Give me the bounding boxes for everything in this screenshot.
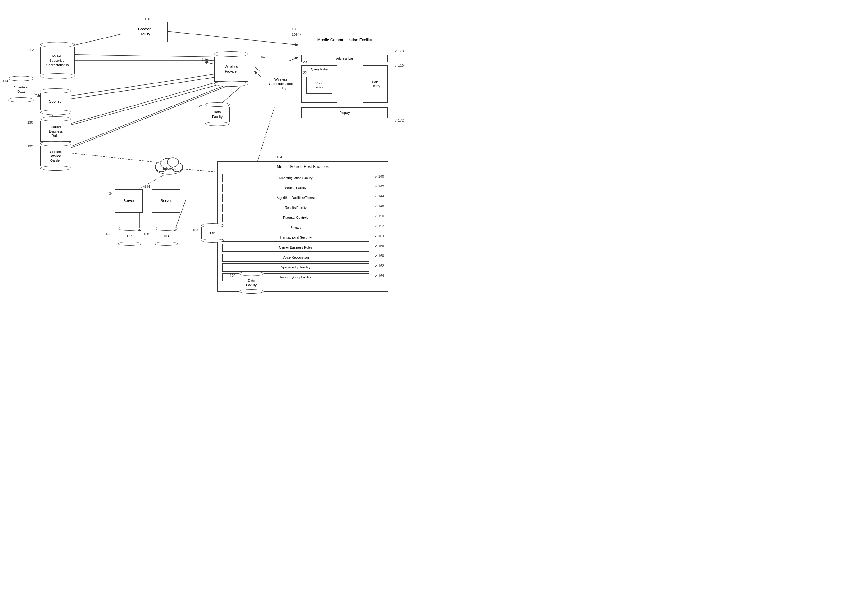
ref-132: 132	[27, 144, 33, 148]
ref-102: 102	[292, 32, 297, 36]
ref-172: ↙ 172	[394, 118, 404, 122]
ref-114: 114	[276, 155, 282, 159]
server2-box: Server	[152, 189, 180, 212]
ref-178: ↙ 178	[394, 49, 404, 53]
ref-148: ↙ 148	[375, 204, 384, 208]
db1-label: DB	[127, 234, 132, 239]
ref-104: 104	[259, 55, 265, 59]
ref-142: ↙ 142	[375, 184, 384, 189]
ref-112: 112	[28, 48, 34, 52]
data-facility-inner-box: Data Facility	[363, 65, 388, 103]
ref-168: 168	[192, 228, 198, 232]
query-entry-label: Query Entry	[302, 67, 337, 71]
advertiser-cylinder: Advertiser Data	[4, 76, 37, 102]
ref-118: ↙ 118	[394, 63, 404, 68]
server1-label: Server	[123, 199, 134, 204]
db2-cylinder: DB	[152, 227, 181, 246]
ref-150: ↙ 150	[375, 214, 384, 218]
content-cylinder: Content Walled Garden	[37, 141, 74, 171]
svg-line-7	[62, 54, 233, 58]
sponsorship-row: Sponsorship Facility	[222, 264, 369, 271]
ref-138b: 138	[143, 232, 149, 236]
locator-facility-box: Locator Facility	[121, 22, 168, 42]
disambiguation-label: Disambiguation Facility	[279, 176, 313, 180]
ref-130: 130	[27, 120, 33, 124]
wireless-provider-cylinder: Wireless Provider	[211, 51, 251, 87]
carrier-label: Carrier Business Rules	[49, 125, 63, 138]
svg-line-19	[255, 96, 278, 171]
data-facility-170-cylinder: Data Facility	[236, 271, 267, 294]
ref-134b: 134	[145, 185, 150, 189]
sponsor-cylinder: Sponsor	[37, 88, 74, 115]
mobile-comm-box: Mobile Communication Facility Address Ba…	[298, 36, 391, 132]
parental-label: Parental Controls	[283, 216, 308, 220]
diagram: 110 100 ↘ 102 Locator Facility Mobile Co…	[0, 0, 434, 295]
db2-label: DB	[164, 234, 169, 239]
svg-text:Internet: Internet	[163, 166, 176, 171]
db168-cylinder: DB	[199, 223, 227, 243]
voice-entry-box: Voice Entry	[306, 77, 332, 94]
display-label: Display	[340, 111, 350, 115]
implicit-query-label: Implicit Query Facility	[280, 275, 311, 280]
ref-100: 100	[292, 27, 297, 31]
db1-cylinder: DB	[115, 227, 145, 246]
results-label: Results Facility	[285, 206, 307, 210]
results-row: Results Facility	[222, 204, 369, 212]
advertiser-label: Advertiser Data	[13, 85, 29, 94]
ref-124: 124	[197, 104, 203, 108]
ref-110: 110	[145, 17, 150, 21]
mobile-search-title: Mobile Search Host Facilities	[218, 162, 388, 171]
ref-144: ↙ 144	[375, 194, 384, 198]
wireless-comm-label: Wireless Communication Facility	[269, 77, 293, 91]
server2-label: Server	[161, 199, 171, 204]
ref-158: ↙ 158	[375, 243, 384, 248]
ref-108: 108	[202, 58, 207, 61]
algorithm-row: Algorithm Facilities/Filters)	[222, 194, 369, 202]
transactional-label: Transactional Security	[280, 236, 312, 240]
svg-line-1	[165, 31, 298, 45]
ref-174: 174	[3, 79, 8, 83]
mobile-comm-title: Mobile Communication Facility	[300, 38, 389, 43]
db168-label: DB	[210, 231, 216, 236]
voice-recog-row: Voice Recognition	[222, 254, 369, 262]
ref-134a: 134	[107, 192, 113, 196]
ref-140: ↙ 140	[375, 174, 384, 178]
address-bar-label: Address Bar	[336, 56, 353, 60]
parental-row: Parental Controls	[222, 214, 369, 222]
data-facility-124-label: Data Facility	[212, 110, 223, 119]
carrier-rules-label: Carrier Business Rules	[279, 245, 312, 250]
mobile-subscriber-label: Mobile Subscriber Characteristics	[45, 54, 71, 67]
search-facility-label: Search Facility	[285, 186, 306, 190]
transactional-row: Transactional Security	[222, 234, 369, 242]
sponsorship-label: Sponsorship Facility	[281, 266, 310, 270]
data-facility-124-cylinder: Data Facility	[202, 102, 233, 126]
svg-point-32	[167, 158, 179, 167]
content-label: Content Walled Garden	[50, 150, 62, 163]
voice-entry-label: Voice Entry	[315, 81, 323, 89]
ref-162: ↙ 162	[375, 264, 384, 268]
server1-box: Server	[115, 189, 143, 212]
ref-164: ↙ 164	[375, 273, 384, 278]
display-box: Display	[301, 108, 388, 118]
search-facility-row: Search Facility	[222, 184, 369, 192]
ref-138a: 138	[106, 232, 111, 236]
ref-122: 122	[301, 71, 307, 74]
disambiguation-row: Disambiguation Facility	[222, 174, 369, 182]
locator-facility-label: Locator Facility	[138, 27, 151, 37]
mobile-subscriber-cylinder: Mobile Subscriber Characteristics	[37, 42, 78, 79]
privacy-row: Privacy	[222, 224, 369, 232]
ref-152: ↙ 152	[375, 224, 384, 228]
ref-154: ↙ 154	[375, 234, 384, 238]
data-facility-170-label: Data Facility	[246, 279, 257, 288]
privacy-label: Privacy	[290, 226, 301, 230]
voice-recog-label: Voice Recognition	[282, 255, 309, 260]
ref-160: ↙ 160	[375, 254, 384, 258]
svg-line-10	[68, 74, 233, 99]
address-bar-box: Address Bar	[301, 55, 388, 62]
carrier-rules-row: Carrier Business Rules	[222, 243, 369, 252]
data-facility-inner-label: Data Facility	[371, 80, 380, 88]
ref-170: 170	[230, 274, 235, 277]
wireless-provider-label: Wireless Provider	[223, 65, 239, 74]
ref-120: 120	[301, 60, 307, 63]
sponsor-label: Sponsor	[49, 99, 63, 104]
